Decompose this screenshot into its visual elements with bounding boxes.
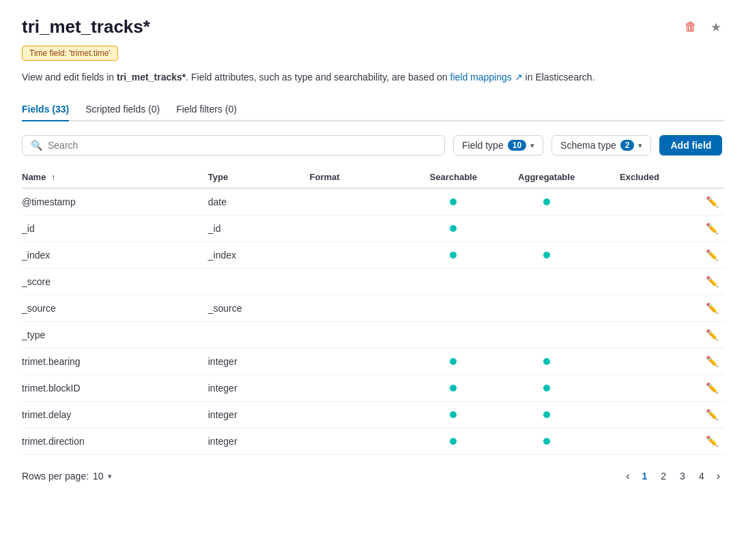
cell-action: ✏️ [682, 188, 724, 216]
tab-field-filters[interactable]: Field filters (0) [176, 98, 237, 121]
field-type-chevron-icon: ▾ [530, 141, 534, 150]
field-type-filter[interactable]: Field type 10 ▾ [453, 135, 543, 156]
cell-format [310, 428, 412, 455]
cell-aggregatable [496, 402, 597, 428]
col-header-type: Type [208, 166, 310, 188]
cell-searchable [411, 295, 496, 322]
edit-icon[interactable]: ✏️ [706, 409, 719, 420]
rows-per-page-control[interactable]: Rows per page: 10 ▾ [22, 471, 112, 482]
cell-searchable [411, 188, 496, 216]
cell-searchable [411, 322, 496, 349]
edit-icon[interactable]: ✏️ [706, 382, 719, 394]
page-3-button[interactable]: 3 [674, 468, 691, 484]
cell-aggregatable [496, 216, 597, 242]
field-type-label: Field type [462, 140, 504, 151]
field-mappings-link[interactable]: field mappings ↗ [450, 72, 523, 83]
searchable-dot [450, 438, 457, 445]
col-header-searchable: Searchable [411, 166, 496, 188]
schema-type-count: 2 [620, 140, 635, 151]
cell-aggregatable [496, 295, 597, 322]
cell-name: _source [22, 295, 208, 322]
next-page-button[interactable]: › [713, 467, 724, 485]
table-row: trimet.bearinginteger✏️ [22, 349, 724, 375]
cell-format [310, 322, 412, 349]
col-header-name[interactable]: Name ↑ [22, 166, 208, 188]
edit-icon[interactable]: ✏️ [706, 355, 719, 367]
edit-icon[interactable]: ✏️ [706, 196, 719, 207]
cell-excluded [597, 402, 682, 428]
cell-type: _index [208, 242, 310, 269]
cell-name: trimet.direction [22, 428, 208, 455]
cell-action: ✏️ [682, 402, 724, 428]
col-header-excluded: Excluded [597, 166, 682, 188]
table-row: trimet.delayinteger✏️ [22, 402, 724, 428]
cell-aggregatable [496, 428, 597, 455]
cell-format [310, 349, 412, 375]
cell-searchable [411, 402, 496, 428]
toolbar: 🔍 Field type 10 ▾ Schema type 2 ▾ Add fi… [22, 135, 724, 156]
cell-excluded [597, 269, 682, 295]
cell-action: ✏️ [682, 322, 724, 349]
pagination-controls: ‹ 1 2 3 4 › [622, 467, 724, 485]
edit-icon[interactable]: ✏️ [706, 276, 719, 287]
prev-page-button[interactable]: ‹ [622, 467, 633, 485]
table-row: trimet.directioninteger✏️ [22, 428, 724, 455]
edit-icon[interactable]: ✏️ [706, 222, 719, 234]
cell-aggregatable [496, 269, 597, 295]
cell-name: _id [22, 216, 208, 242]
sort-icon: ↑ [51, 173, 55, 182]
cell-searchable [411, 428, 496, 455]
cell-action: ✏️ [682, 216, 724, 242]
search-icon: 🔍 [31, 140, 42, 151]
page-2-button[interactable]: 2 [655, 468, 672, 484]
table-row: @timestampdate✏️ [22, 188, 724, 216]
edit-icon[interactable]: ✏️ [706, 329, 719, 340]
cell-aggregatable [496, 188, 597, 216]
edit-icon[interactable]: ✏️ [706, 435, 719, 447]
table-header-row: Name ↑ Type Format Searchable Aggregatab… [22, 166, 724, 188]
searchable-dot [450, 225, 457, 232]
tab-fields[interactable]: Fields (33) [22, 98, 69, 121]
edit-icon[interactable]: ✏️ [706, 302, 719, 314]
delete-button[interactable]: 🗑 [682, 17, 700, 37]
tab-scripted-fields[interactable]: Scripted fields (0) [85, 98, 160, 121]
index-name: tri_met_tracks* [117, 72, 186, 83]
schema-type-filter[interactable]: Schema type 2 ▾ [551, 135, 651, 156]
cell-excluded [597, 295, 682, 322]
cell-searchable [411, 269, 496, 295]
cell-type: date [208, 188, 310, 216]
table-row: _id_id✏️ [22, 216, 724, 242]
page-1-button[interactable]: 1 [636, 468, 652, 484]
tab-bar: Fields (33) Scripted fields (0) Field fi… [22, 98, 724, 121]
aggregatable-dot [543, 385, 550, 392]
table-row: _source_source✏️ [22, 295, 724, 322]
edit-icon[interactable]: ✏️ [706, 249, 719, 261]
cell-format [310, 375, 412, 402]
field-type-count: 10 [508, 140, 526, 151]
cell-action: ✏️ [682, 375, 724, 402]
rows-per-page-value: 10 [93, 471, 104, 482]
description-text: View and edit fields in tri_met_tracks*.… [22, 70, 724, 85]
favorite-button[interactable]: ★ [708, 17, 724, 38]
pagination-row: Rows per page: 10 ▾ ‹ 1 2 3 4 › [22, 467, 724, 485]
cell-format [310, 216, 412, 242]
table-row: _index_index✏️ [22, 242, 724, 269]
cell-type: integer [208, 375, 310, 402]
search-input[interactable] [48, 140, 436, 151]
page-4-button[interactable]: 4 [693, 468, 710, 484]
search-box[interactable]: 🔍 [22, 135, 445, 156]
searchable-dot [450, 252, 457, 259]
searchable-dot [450, 198, 457, 205]
aggregatable-dot [543, 438, 550, 445]
aggregatable-dot [543, 252, 550, 259]
cell-name: trimet.blockID [22, 375, 208, 402]
add-field-button[interactable]: Add field [659, 135, 722, 156]
cell-action: ✏️ [682, 428, 724, 455]
cell-action: ✏️ [682, 242, 724, 269]
col-header-action [682, 166, 724, 188]
cell-excluded [597, 322, 682, 349]
cell-type [208, 269, 310, 295]
cell-name: _type [22, 322, 208, 349]
cell-searchable [411, 216, 496, 242]
rows-per-page-label: Rows per page: [22, 471, 89, 482]
